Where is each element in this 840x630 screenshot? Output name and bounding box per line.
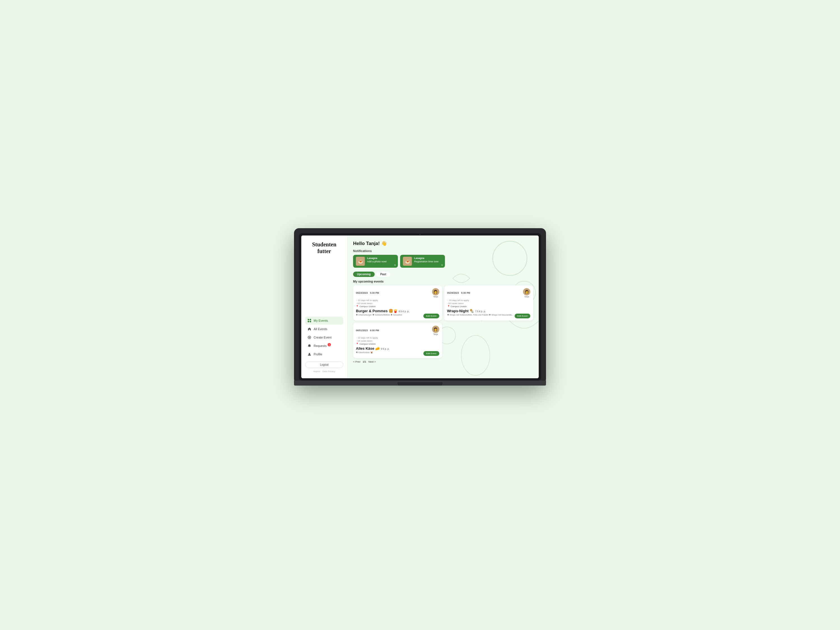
event-2-title: Wraps-Night 🌯 7.5 € p. p. — [447, 309, 531, 313]
sidebar-item-profile[interactable]: Profile — [305, 350, 343, 358]
sidebar-item-my-events[interactable]: My Events — [305, 317, 343, 325]
event-2-location: 📍 Campus Urstein — [447, 305, 531, 308]
event-2-days-left: ○ 19 days left to apply — [447, 299, 531, 302]
laptop-stand — [398, 382, 442, 385]
laptop-bottom — [294, 381, 546, 385]
event-card-3-header: 06/01/2023 6:00 PM 👩 Tanja — [356, 326, 439, 335]
event-2-datetime: 05/29/2023 6:30 PM — [447, 292, 471, 294]
grid-icon — [308, 319, 311, 322]
tab-past[interactable]: Past — [376, 272, 390, 277]
svg-rect-1 — [309, 319, 311, 321]
events-grid: 05/23/2023 5:30 PM 👩 Tanja — [353, 285, 533, 358]
tab-upcoming[interactable]: Upcoming — [353, 272, 375, 277]
notifications-title: Notifications — [353, 249, 533, 253]
edit-event-2-button[interactable]: Edit Event — [515, 314, 531, 318]
next-button[interactable]: Next > — [368, 360, 376, 363]
person-icon — [308, 352, 311, 356]
event-1-avatar-wrap: 👩 Tanja — [432, 288, 439, 298]
notif-text-2: Lasagna Registration time over — [414, 257, 439, 263]
edit-event-3-button[interactable]: Edit Event — [423, 351, 439, 356]
notification-card-1: 🍝 Lasagna Add a photo now! ✕ — [353, 255, 398, 268]
greeting: Hello Tanja! 👋 — [353, 240, 533, 246]
laptop-wrapper: Studenten futter — [294, 228, 546, 402]
svg-rect-3 — [309, 321, 311, 322]
main-content: Hello Tanja! 👋 Notifications 🍝 Lasagna — [347, 235, 539, 378]
event-2-seats: › 0/3 seats taken — [447, 302, 531, 305]
notif-image-2: 🍝 — [403, 257, 412, 266]
event-3-datetime: 06/01/2023 6:00 PM — [356, 329, 379, 332]
pagination: < Prev 1/1 Next > — [353, 360, 533, 363]
sidebar-footer: Imprint Data Privacy — [305, 370, 343, 373]
event-1-avatar: 👩 — [432, 288, 439, 295]
bell-icon — [308, 344, 311, 348]
event-card-1-header: 05/23/2023 5:30 PM 👩 Tanja — [356, 288, 439, 298]
event-3-seats: › 1/6 seats taken — [356, 339, 439, 342]
event-1-location: 📍 Campus Urstein — [356, 305, 439, 308]
content-layer: Hello Tanja! 👋 Notifications 🍝 Lasagna — [353, 240, 533, 363]
laptop-screen: Studenten futter — [301, 235, 539, 378]
event-1-seats: › 0/3 seats taken — [356, 302, 439, 305]
notifications-row: 🍝 Lasagna Add a photo now! ✕ — [353, 255, 533, 268]
event-3-avatar-wrap: 👩 Tanja — [432, 326, 439, 335]
notif-food-emoji-2: 🍝 — [403, 257, 412, 266]
svg-point-7 — [309, 353, 310, 354]
notif-image-1: 🍝 — [356, 257, 365, 266]
sidebar-item-create-event[interactable]: Create Event — [305, 333, 343, 341]
event-3-title: Alles Käse 🧀 9 € p. p. — [356, 346, 439, 351]
svg-rect-0 — [308, 319, 309, 321]
notif-food-emoji-1: 🍝 — [356, 257, 365, 266]
my-events-title: My upcoming events — [353, 280, 533, 283]
notif-close-1[interactable]: ✕ — [394, 264, 396, 267]
house-icon — [308, 327, 311, 331]
page-current: 1/1 — [363, 360, 366, 363]
notification-card-2: 🍝 Lasagna Registration time over ✕ — [400, 255, 445, 268]
event-2-avatar: 👩 — [523, 288, 531, 295]
event-card-2-header: 05/29/2023 6:30 PM 👩 Tanja — [447, 288, 531, 298]
event-card-2: 05/29/2023 6:30 PM 👩 Tanja — [444, 285, 534, 321]
sidebar-item-all-events[interactable]: All Events — [305, 325, 343, 333]
event-1-datetime: 05/23/2023 5:30 PM — [356, 292, 379, 294]
app-logo: Studenten futter — [305, 241, 343, 254]
notif-close-2[interactable]: ✕ — [441, 264, 443, 267]
plus-circle-icon — [308, 335, 311, 339]
event-card-1: 05/23/2023 5:30 PM 👩 Tanja — [353, 285, 442, 321]
laptop-base — [294, 381, 546, 384]
edit-event-1-button[interactable]: Edit Event — [423, 314, 439, 318]
notif-text-1: Lasagna Add a photo now! — [367, 257, 387, 263]
logout-button[interactable]: Logout — [305, 362, 343, 368]
camera-dot — [420, 234, 420, 235]
data-privacy-link[interactable]: Data Privacy — [322, 370, 335, 373]
sidebar: Studenten futter — [301, 235, 347, 378]
prev-button[interactable]: < Prev — [353, 360, 360, 363]
screen-bezel: Studenten futter — [299, 233, 541, 381]
event-2-avatar-wrap: 👩 Tanja — [523, 288, 531, 298]
event-1-title: Burger & Pommes 🍔🍟 8.5 € p. p. — [356, 309, 439, 313]
event-card-3: 06/01/2023 6:00 PM 👩 Tanja — [353, 323, 442, 358]
requests-badge: 1 — [328, 343, 331, 346]
event-3-days-left: ○ 22 days left to apply — [356, 336, 439, 339]
sidebar-item-requests[interactable]: Requests 1 — [305, 342, 343, 350]
svg-rect-2 — [308, 321, 309, 322]
tabs-row: Upcoming Past — [353, 272, 533, 277]
event-1-days-left: ○ 10 days left to apply — [356, 299, 439, 302]
camera-notch — [418, 233, 422, 235]
event-3-location: 📍 Campus Urstein — [356, 343, 439, 345]
laptop-body: Studenten futter — [294, 228, 546, 384]
event-3-avatar: 👩 — [432, 326, 439, 333]
imprint-link[interactable]: Imprint — [313, 370, 320, 373]
